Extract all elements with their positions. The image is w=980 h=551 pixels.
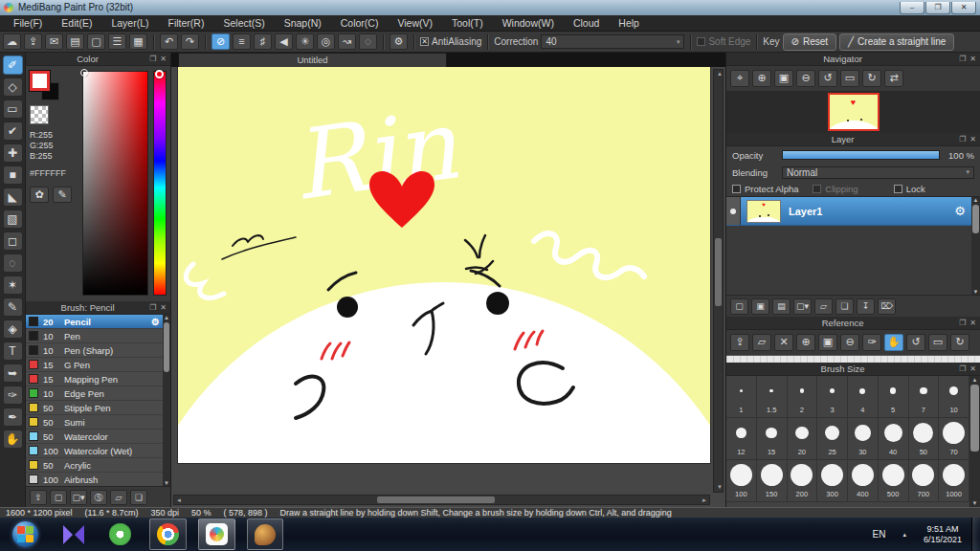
popout-icon[interactable]: ❐ xyxy=(959,319,966,327)
comment-icon[interactable]: ✉ xyxy=(45,33,63,50)
move-tool[interactable]: ✚ xyxy=(3,143,23,163)
menu-cloud[interactable]: Cloud xyxy=(564,15,609,31)
reset-button[interactable]: ⊘ Reset xyxy=(783,33,837,51)
fit-screen-icon[interactable]: ▣ xyxy=(774,70,793,87)
ref-rotate-cw-icon[interactable]: ↻ xyxy=(950,334,969,351)
brush-pen[interactable]: 10Pen xyxy=(26,329,163,343)
document-icon[interactable]: ▢ xyxy=(87,33,105,50)
popout-icon[interactable]: ❐ xyxy=(149,303,156,312)
menu-toolt[interactable]: Tool(T) xyxy=(442,15,493,31)
open-folder-icon[interactable]: ▱ xyxy=(752,334,771,351)
zoom-out-icon[interactable]: ⊖ xyxy=(796,70,815,87)
vertical-scrollbar[interactable]: ▲ ▼ xyxy=(713,69,724,493)
checkbox-icon[interactable] xyxy=(732,185,741,193)
taskbar-browser-icon[interactable] xyxy=(102,518,138,550)
taskbar-clock[interactable]: 9:51 AM 6/15/2021 xyxy=(914,524,971,545)
hue-cursor[interactable] xyxy=(155,70,164,78)
hscroll-thumb[interactable] xyxy=(377,496,495,503)
scroll-down-icon[interactable]: ▼ xyxy=(969,500,980,506)
brush-size-3[interactable]: 3 xyxy=(817,376,848,418)
brush-g-pen[interactable]: 15G Pen xyxy=(26,358,163,372)
checkbox-protect-alpha[interactable]: Protect Alpha xyxy=(732,184,813,194)
checkbox-icon[interactable] xyxy=(813,185,821,193)
scroll-right-icon[interactable]: ► xyxy=(702,496,707,505)
vscroll-thumb[interactable] xyxy=(715,238,722,306)
menu-filef[interactable]: File(F) xyxy=(4,15,52,31)
color-panel-header[interactable]: Color ❐ ✕ xyxy=(26,53,170,66)
hue-slider[interactable] xyxy=(153,71,167,296)
saturation-value-picker[interactable] xyxy=(82,71,148,296)
close-icon[interactable]: ✕ xyxy=(160,55,167,63)
brush-settings-gear-icon[interactable]: ⚙ xyxy=(151,317,160,327)
brush-acrylic[interactable]: 50Acrylic xyxy=(26,458,163,473)
popout-icon[interactable]: ❐ xyxy=(959,135,966,143)
cloud-brush-icon[interactable]: ⇪ xyxy=(30,490,47,505)
scroll-down-icon[interactable]: ▼ xyxy=(163,480,170,486)
brush-size-scrollbar[interactable]: ▲ ▼ xyxy=(969,376,980,507)
popout-icon[interactable]: ❐ xyxy=(959,364,966,373)
snap-concentric-icon[interactable]: ◎ xyxy=(317,33,335,50)
snap-curve-icon[interactable]: ↝ xyxy=(338,33,356,50)
minimize-button[interactable]: – xyxy=(900,2,924,14)
lasso-tool[interactable]: ◌ xyxy=(3,253,23,273)
brush-pencil[interactable]: 20Pencil⚙ xyxy=(26,315,163,329)
undo-icon[interactable]: ↶ xyxy=(160,33,178,50)
brush-size-700[interactable]: 700 xyxy=(909,460,940,502)
duplicate-brush-icon[interactable]: ❏ xyxy=(130,490,147,505)
navigator-panel-header[interactable]: Navigator ❐ ✕ xyxy=(726,53,980,66)
reference-panel-header[interactable]: Reference ❐ ✕ xyxy=(726,317,980,330)
create-straight-line-button[interactable]: ╱ Create a straight line xyxy=(839,33,954,51)
brush-size-4[interactable]: 4 xyxy=(848,376,879,418)
brush-size-40[interactable]: 40 xyxy=(879,418,909,460)
brush-airbrush[interactable]: 100Airbrush xyxy=(26,473,163,486)
blending-dropdown[interactable]: Normal ▾ xyxy=(782,166,974,179)
opacity-slider[interactable] xyxy=(782,150,940,160)
close-icon[interactable]: ✕ xyxy=(969,364,976,373)
fill-rect-tool[interactable]: ■ xyxy=(3,165,23,185)
flip-view-icon[interactable]: ⇄ xyxy=(884,70,903,87)
brush-size-150[interactable]: 150 xyxy=(757,460,788,502)
import-reference-icon[interactable]: ⇪ xyxy=(730,334,749,351)
hand-tool[interactable]: ✋ xyxy=(3,430,23,449)
brush-size-300[interactable]: 300 xyxy=(817,460,848,502)
ref-zoom-in-icon[interactable]: ⊕ xyxy=(796,334,815,351)
text-tool[interactable]: T xyxy=(3,342,23,361)
bucket-tool[interactable]: ◣ xyxy=(3,187,23,207)
layer-row-layer1[interactable]: ♥ Layer1 ⚙ xyxy=(726,197,971,226)
start-button[interactable] xyxy=(6,518,45,550)
brush-watercolor-wet-[interactable]: 100Watercolor (Wet) xyxy=(26,444,163,458)
taskbar-chrome-icon[interactable] xyxy=(149,518,187,550)
brush-folder-icon[interactable]: ▱ xyxy=(110,490,127,505)
zoom-in-icon[interactable]: ⊕ xyxy=(752,70,771,87)
popout-icon[interactable]: ❐ xyxy=(959,55,966,63)
brush-watercolor[interactable]: 50Watercolor xyxy=(26,430,163,444)
brush-size-12[interactable]: 12 xyxy=(726,418,757,460)
close-icon[interactable]: ✕ xyxy=(969,319,976,327)
material-list-icon[interactable]: ☰ xyxy=(108,33,126,50)
publish-icon[interactable]: ⇪ xyxy=(24,33,42,50)
soft-edge-checkbox[interactable] xyxy=(697,37,705,46)
brush-size-500[interactable]: 500 xyxy=(879,460,909,502)
menu-help[interactable]: Help xyxy=(609,15,649,31)
brush-sumi[interactable]: 50Sumi xyxy=(26,415,163,430)
brush-size-7[interactable]: 7 xyxy=(909,376,940,418)
scroll-up-icon[interactable]: ▲ xyxy=(971,197,980,203)
close-button[interactable]: ✕ xyxy=(951,2,976,14)
divide-tool[interactable]: ✒ xyxy=(3,408,23,427)
merge-layer-icon[interactable]: ↧ xyxy=(857,298,875,315)
canvas-document[interactable]: Rin xyxy=(178,67,710,463)
menu-layerl[interactable]: Layer(L) xyxy=(101,15,158,31)
script-brush-icon[interactable]: Ⓢ xyxy=(90,490,107,505)
menu-selects[interactable]: Select(S) xyxy=(213,15,274,31)
add-layer-icon[interactable]: ▢ xyxy=(730,298,748,315)
close-icon[interactable]: ✕ xyxy=(969,135,976,143)
antialiasing-checkbox[interactable]: ✕ xyxy=(420,37,429,46)
restore-button[interactable]: ❐ xyxy=(925,2,950,14)
fg-bg-swatches[interactable] xyxy=(30,71,62,101)
select-pen-tool[interactable]: ✎ xyxy=(3,298,23,317)
scroll-up-icon[interactable]: ▲ xyxy=(717,70,723,78)
brush-tool[interactable]: ✐ xyxy=(3,55,23,75)
layer-folder-icon[interactable]: ▱ xyxy=(814,298,833,315)
eyedropper-tool[interactable]: ✑ xyxy=(3,386,23,405)
transparent-color-swatch[interactable] xyxy=(30,105,49,124)
